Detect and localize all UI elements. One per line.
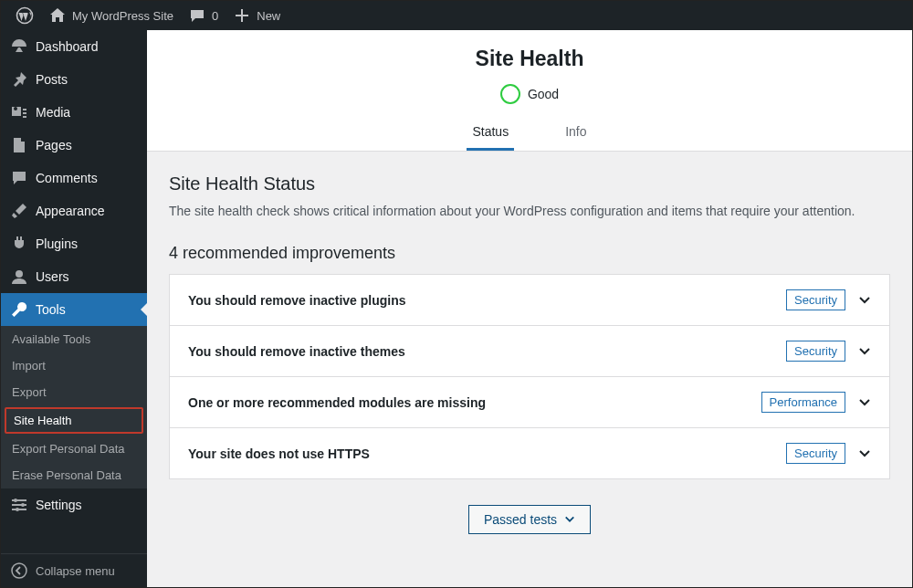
sidebar-settings-label: Settings (36, 498, 82, 512)
admin-sidebar: Dashboard Posts Media Pages Comments App… (1, 30, 147, 587)
wordpress-icon (16, 6, 34, 25)
collapse-row: Collapse menu (1, 553, 147, 587)
issue-right: Security (786, 443, 871, 464)
sidebar-tools-label: Tools (36, 302, 66, 317)
svg-point-8 (12, 563, 26, 578)
pin-icon (10, 70, 28, 89)
passed-tests-button[interactable]: Passed tests (468, 505, 591, 534)
issue-row[interactable]: Your site does not use HTTPS Security (170, 428, 889, 478)
svg-point-7 (16, 508, 19, 511)
brush-icon (10, 202, 28, 220)
settings-icon (10, 496, 28, 514)
dashboard-icon (10, 37, 28, 56)
new-link[interactable]: New (226, 1, 288, 30)
comment-icon (188, 6, 206, 25)
status-circle-icon (500, 84, 520, 104)
submenu-import[interactable]: Import (1, 352, 147, 379)
site-link[interactable]: My WordPress Site (41, 1, 181, 30)
issue-right: Security (786, 341, 871, 362)
sidebar-item-dashboard[interactable]: Dashboard (1, 30, 147, 63)
tab-status[interactable]: Status (467, 115, 514, 151)
chevron-down-icon (564, 514, 575, 525)
chevron-down-icon (858, 345, 871, 358)
improvements-heading: 4 recommended improvements (169, 244, 890, 263)
collapse-menu[interactable]: Collapse menu (1, 554, 147, 587)
issue-category-badge: Security (786, 289, 845, 310)
submenu-export[interactable]: Export (1, 379, 147, 405)
section-heading: Site Health Status (169, 173, 890, 194)
issue-title: Your site does not use HTTPS (188, 446, 370, 461)
submenu-site-health[interactable]: Site Health (5, 407, 143, 434)
sidebar-item-plugins[interactable]: Plugins (1, 227, 147, 260)
content-area: Site Health Good Status Info Site Health… (147, 30, 912, 587)
passed-tests-wrap: Passed tests (169, 505, 890, 534)
issue-title: You should remove inactive plugins (188, 293, 406, 308)
sidebar-item-users[interactable]: Users (1, 260, 147, 293)
tabs: Status Info (147, 115, 912, 151)
issue-title: One or more recommended modules are miss… (188, 395, 486, 410)
issue-row[interactable]: You should remove inactive plugins Secur… (170, 275, 889, 326)
collapse-icon (10, 562, 28, 580)
submenu-erase-pd[interactable]: Erase Personal Data (1, 462, 147, 488)
main-body: Site Health Status The site health check… (147, 152, 912, 560)
svg-point-1 (16, 270, 23, 278)
plus-icon (233, 6, 251, 25)
sidebar-dashboard-label: Dashboard (36, 39, 99, 54)
wp-logo[interactable] (8, 1, 41, 30)
page-title: Site Health (147, 47, 912, 71)
main-wrap: Dashboard Posts Media Pages Comments App… (1, 30, 912, 587)
issue-category-badge: Security (786, 341, 845, 362)
comments-count: 0 (212, 9, 218, 23)
issue-right: Security (786, 289, 871, 310)
section-desc: The site health check shows critical inf… (169, 204, 890, 218)
sidebar-item-pages[interactable]: Pages (1, 129, 147, 162)
submenu-export-pd[interactable]: Export Personal Data (1, 436, 147, 462)
media-icon (10, 103, 28, 121)
status-label: Good (528, 87, 559, 101)
wrench-icon (10, 300, 28, 319)
sidebar-appearance-label: Appearance (36, 204, 105, 218)
comments-link[interactable]: 0 (181, 1, 226, 30)
issue-category-badge: Security (786, 443, 845, 464)
collapse-label: Collapse menu (36, 564, 115, 578)
sidebar-item-media[interactable]: Media (1, 96, 147, 129)
chevron-down-icon (858, 447, 871, 460)
sidebar-posts-label: Posts (36, 72, 68, 87)
tools-submenu: Available Tools Import Export Site Healt… (1, 326, 147, 488)
sidebar-item-posts[interactable]: Posts (1, 63, 147, 96)
issue-row[interactable]: You should remove inactive themes Securi… (170, 326, 889, 377)
chevron-down-icon (858, 294, 871, 307)
new-label: New (257, 9, 280, 23)
sidebar-item-comments[interactable]: Comments (1, 162, 147, 194)
svg-point-5 (14, 499, 17, 502)
improvements-list: You should remove inactive plugins Secur… (169, 274, 890, 479)
site-health-header: Site Health Good Status Info (147, 30, 912, 152)
admin-bar: My WordPress Site 0 New (1, 1, 912, 30)
sidebar-media-label: Media (36, 105, 70, 120)
issue-title: You should remove inactive themes (188, 344, 405, 359)
sidebar-pages-label: Pages (36, 138, 72, 152)
sidebar-plugins-label: Plugins (36, 236, 78, 251)
user-icon (10, 268, 28, 286)
sidebar-item-appearance[interactable]: Appearance (1, 194, 147, 227)
chevron-down-icon (858, 396, 871, 409)
comment-icon (10, 169, 28, 187)
issue-row[interactable]: One or more recommended modules are miss… (170, 377, 889, 428)
issue-right: Performance (761, 392, 871, 413)
sidebar-item-tools[interactable]: Tools (1, 293, 147, 326)
submenu-available-tools[interactable]: Available Tools (1, 326, 147, 352)
status-indicator: Good (500, 84, 559, 104)
site-name: My WordPress Site (72, 9, 173, 23)
home-icon (48, 6, 67, 25)
page-icon (10, 136, 28, 154)
sidebar-users-label: Users (36, 269, 69, 284)
issue-category-badge: Performance (761, 392, 845, 413)
plugin-icon (10, 235, 28, 253)
svg-point-6 (21, 503, 25, 507)
sidebar-item-settings[interactable]: Settings (1, 488, 147, 521)
passed-tests-label: Passed tests (484, 512, 557, 527)
tab-info[interactable]: Info (560, 115, 592, 151)
sidebar-comments-label: Comments (36, 171, 98, 185)
